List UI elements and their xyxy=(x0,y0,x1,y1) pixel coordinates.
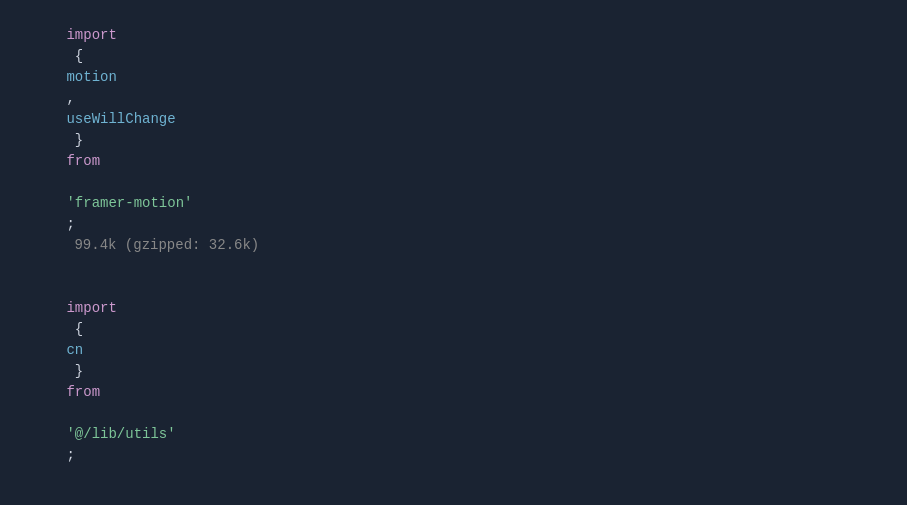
keyword-from: from xyxy=(66,153,100,169)
string-framer-motion: 'framer-motion' xyxy=(66,195,192,211)
code-editor: import { motion , useWillChange } from '… xyxy=(0,0,907,505)
bundle-size: 99.4k (gzipped: 32.6k) xyxy=(74,237,259,253)
token-useWillChange: useWillChange xyxy=(66,111,175,127)
code-line-3 xyxy=(0,487,907,505)
code-line-1: import { motion , useWillChange } from '… xyxy=(0,4,907,277)
token-motion: motion xyxy=(66,69,116,85)
keyword-import: import xyxy=(66,27,116,43)
code-line-2: import { cn } from '@/lib/utils' ; xyxy=(0,277,907,487)
